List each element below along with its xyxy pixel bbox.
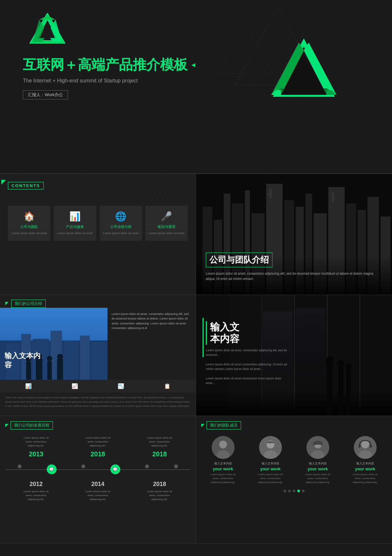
timeline-dot-4: 💬	[110, 464, 120, 474]
slides-grid: CONTENTS 🏠 公司与团队 Lorem ipsum dolor sit a…	[0, 173, 392, 544]
member-avatar-1	[212, 436, 235, 459]
timeline-top-3: Lorem ipsum dolor sit amet, consectetur …	[132, 436, 187, 458]
company-intro-title: 公司与团队介绍	[209, 255, 269, 265]
slide4-corner-tri	[5, 302, 8, 305]
penrose-triangle-small	[29, 13, 65, 46]
timeline-top-1: Lorem ipsum dolor sit amet, consectetur …	[8, 436, 64, 458]
svg-rect-94	[370, 444, 372, 448]
team-member-1: 输入文本内容 your work Lorem ipsum dolor sit a…	[201, 436, 245, 484]
dot-2	[288, 490, 291, 492]
stat-3: 📉	[118, 383, 124, 389]
company-intro-desc: Lorem ipsum dolor sit amet, consectetur …	[206, 271, 382, 282]
office-text-overlay: 输入文本内容 Lorem ipsum dolor sit amet, conse…	[206, 321, 291, 385]
member-role-3: your work	[296, 466, 339, 471]
member-desc-1: Lorem ipsum dolor sit amet, consectetur …	[201, 473, 245, 484]
timeline-bottom-text-1: Lorem ipsum dolor sit amet, consectetur …	[8, 490, 64, 501]
svg-marker-79	[5, 424, 8, 427]
slide-our-company: 我们的公司介绍	[0, 295, 196, 416]
svg-rect-58	[47, 361, 52, 380]
hero-title-text: 互联网＋高端产品推介模板	[23, 56, 188, 74]
timeline-bottom: 2012 Lorem ipsum dolor sit amet, consect…	[5, 481, 190, 501]
svg-rect-70	[296, 308, 325, 387]
contents-title-2: 产品与服务	[57, 224, 93, 229]
stat-4: 📋	[164, 383, 171, 389]
office-desc-3: Lorem ipsum dolor sit amet consectetur l…	[206, 376, 291, 386]
timeline-year-bottom-2: 2014	[70, 481, 125, 488]
dots-indicator	[201, 490, 387, 492]
avatar-photo-1	[212, 436, 235, 459]
member-name-small-2: 输入文本内容	[249, 461, 292, 466]
team-member-2: 输入文本内容 your work Lorem ipsum dolor sit a…	[249, 436, 292, 484]
svg-rect-51	[64, 340, 78, 380]
svg-point-91	[361, 441, 369, 448]
member-name-small-4: 输入文本内容	[343, 461, 387, 466]
stat-icon-1: 📊	[25, 383, 32, 389]
svg-point-73	[326, 356, 334, 364]
timeline-dot-6	[174, 464, 178, 468]
timeline-dot-5	[145, 464, 149, 468]
penrose-triangle-large	[268, 36, 340, 101]
stat-1: 📊	[25, 383, 32, 389]
timeline-bottom-text-2: Lorem ipsum dolor sit amet, consectetur …	[70, 490, 125, 501]
company-image-area: 输入文本内容	[0, 308, 107, 380]
slide6-corner-tri	[5, 424, 8, 427]
svg-point-61	[57, 354, 63, 360]
company-right-para: Lorem ipsum dolor sit amet, consectetur …	[111, 312, 192, 331]
member-desc-4: Lorem ipsum dolor sit amet, consectetur …	[343, 473, 387, 484]
team-member-3: 输入文本内容 your work Lorem ipsum dolor sit a…	[296, 436, 339, 484]
svg-point-59	[47, 356, 52, 361]
avatar-photo-2	[259, 436, 282, 459]
stats-row: 📊 📈 📉 📋	[0, 380, 196, 392]
member-avatar-2	[259, 436, 282, 459]
dot-3	[293, 490, 295, 492]
slide-hero: 互联网＋高端产品推介模板 ◄ The Internet + High-end s…	[0, 0, 392, 173]
svg-rect-52	[80, 336, 90, 380]
timeline-dot-1	[18, 464, 22, 468]
svg-marker-18	[143, 193, 177, 224]
member-avatar-4	[354, 436, 377, 459]
office-title: 输入文本内容	[206, 321, 291, 345]
svg-marker-43	[5, 302, 8, 305]
slide-history: 我们公司的发展历程 Lorem ipsum dolor sit amet, co…	[0, 416, 196, 544]
slide-contents: CONTENTS 🏠 公司与团队 Lorem ipsum dolor sit a…	[0, 174, 196, 295]
avatar-photo-4	[354, 436, 377, 459]
svg-rect-71	[196, 390, 392, 416]
avatar-photo-3	[306, 436, 329, 459]
svg-rect-28	[270, 189, 272, 199]
svg-rect-93	[359, 444, 361, 448]
hero-content: 互联网＋高端产品推介模板 ◄ The Internet + High-end s…	[23, 56, 197, 99]
contents-desc-1: Lorem ipsum dolor sit amet	[11, 231, 47, 235]
svg-rect-39	[268, 194, 269, 195]
member-name-small-3: 输入文本内容	[296, 461, 339, 466]
contents-bg-triangle2	[140, 190, 179, 230]
timeline-top-2: Lorem ipsum dolor sit amet, consectetur …	[70, 436, 125, 458]
svg-marker-80	[201, 424, 204, 427]
company-intro-text: 公司与团队介绍 Lorem ipsum dolor sit amet, cons…	[206, 252, 382, 282]
dot-1	[284, 490, 286, 492]
team-member-4: 输入文本内容 your work Lorem ipsum dolor sit a…	[343, 436, 387, 484]
timeline-bottom-1: 2012 Lorem ipsum dolor sit amet, consect…	[8, 481, 64, 501]
member-role-2: your work	[249, 466, 292, 471]
stat-icon-3: 📉	[118, 383, 124, 389]
timeline-year-bottom-3: 2018	[132, 481, 187, 488]
svg-marker-1	[217, 21, 273, 74]
member-desc-3: Lorem ipsum dolor sit amet, consectetur …	[296, 473, 339, 484]
dot-4	[297, 490, 300, 492]
team-grid: 输入文本内容 your work Lorem ipsum dolor sit a…	[201, 436, 387, 484]
company-layout: 输入文本内容 Lorem ipsum dolor sit amet, conse…	[0, 308, 196, 380]
slide7-corner-tri	[201, 424, 204, 427]
slide6-label: 我们公司的发展历程	[10, 421, 53, 429]
slide-dark-office: 输入文本内容 Lorem ipsum dolor sit amet, conse…	[196, 295, 392, 416]
contents-item-1: 🏠 公司与团队 Lorem ipsum dolor sit amet	[8, 206, 50, 241]
svg-rect-76	[346, 370, 351, 416]
svg-marker-8	[39, 16, 56, 20]
svg-point-77	[345, 364, 352, 370]
contents-title-1: 公司与团队	[11, 224, 47, 229]
slide7-label: 我们的团队成员	[206, 421, 241, 429]
office-desc-2: Lorem ipsum dolor sit amet consectetur a…	[206, 362, 291, 372]
timeline-top-text-2: Lorem ipsum dolor sit amet, consectetur …	[70, 436, 125, 448]
contents-icon-2: 📊	[57, 211, 93, 222]
timeline-bottom-text-3: Lorem ipsum dolor sit amet, consectetur …	[132, 490, 187, 501]
timeline-dot-3	[81, 464, 85, 468]
timeline-top: Lorem ipsum dolor sit amet, consectetur …	[5, 436, 190, 458]
